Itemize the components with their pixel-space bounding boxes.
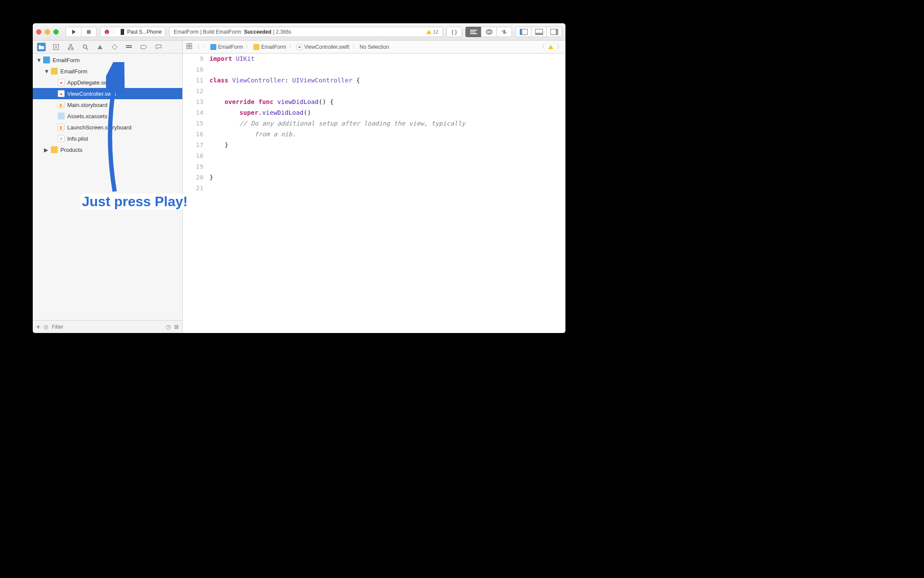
breakpoint-navigator-tab[interactable] bbox=[140, 43, 148, 51]
device-icon bbox=[120, 28, 125, 35]
breadcrumb[interactable]: EmailForm bbox=[253, 44, 286, 50]
activity-viewer[interactable]: EmailForm | Build EmailForm: Succeeded |… bbox=[169, 27, 443, 37]
activity-status: Succeeded bbox=[244, 29, 271, 35]
svg-rect-2 bbox=[121, 29, 124, 35]
back-button[interactable]: 〈 bbox=[195, 43, 200, 50]
code-content[interactable]: import UIKit class ViewController: UIVie… bbox=[209, 53, 565, 333]
warning-badge[interactable]: 12 bbox=[426, 29, 438, 35]
svg-rect-16 bbox=[68, 48, 70, 50]
svg-rect-11 bbox=[535, 33, 543, 35]
next-issue-button[interactable]: 〉 bbox=[557, 43, 562, 50]
breadcrumb[interactable]: ● ViewController.swift bbox=[297, 44, 349, 50]
issue-navigator-tab[interactable] bbox=[96, 43, 104, 51]
tree-file[interactable]: ● AppDelegate.swift bbox=[33, 77, 182, 88]
chevron-right-icon: 〉 bbox=[246, 43, 251, 50]
filter-input[interactable] bbox=[52, 324, 162, 330]
close-button[interactable] bbox=[36, 29, 41, 35]
find-navigator-tab[interactable] bbox=[81, 43, 90, 51]
traffic-lights bbox=[36, 29, 59, 35]
disclosure-triangle[interactable]: ▼ bbox=[44, 68, 48, 75]
navigator-sidebar: ▼ EmailForm ▼ EmailForm ● AppDelegate.sw… bbox=[33, 41, 183, 333]
swift-file-icon: ● bbox=[58, 90, 65, 97]
toggle-inspector-button[interactable] bbox=[546, 27, 562, 37]
recent-icon[interactable]: ◷ bbox=[166, 324, 171, 330]
stop-icon bbox=[86, 29, 92, 35]
chevron-right-icon: 〉 bbox=[352, 43, 357, 50]
prev-issue-button[interactable]: 〈 bbox=[540, 43, 545, 50]
paragraph-icon bbox=[470, 29, 477, 35]
assistant-editor-button[interactable] bbox=[481, 27, 496, 37]
svg-rect-22 bbox=[190, 44, 192, 46]
version-editor-button[interactable] bbox=[496, 27, 512, 37]
tree-label: AppDelegate.swift bbox=[67, 79, 112, 86]
gauge-icon bbox=[126, 44, 133, 50]
svg-rect-9 bbox=[520, 29, 522, 35]
svg-rect-23 bbox=[187, 47, 189, 49]
disclosure-triangle[interactable]: ▶ bbox=[44, 147, 48, 153]
editor-mode-group bbox=[465, 27, 512, 37]
tree-file[interactable]: ◧ Main.storyboard bbox=[33, 99, 182, 110]
scm-filter-icon[interactable]: ⊠ bbox=[174, 324, 179, 330]
disclosure-triangle[interactable]: ▼ bbox=[36, 57, 41, 63]
activity-time: | 2.366s bbox=[273, 29, 291, 35]
minimize-button[interactable] bbox=[45, 29, 50, 35]
tree-label: ViewController.swift bbox=[67, 91, 116, 97]
run-stop-group bbox=[66, 27, 97, 37]
add-button[interactable]: + bbox=[36, 323, 40, 331]
crumb-label: EmailForm bbox=[218, 44, 243, 50]
related-items-button[interactable] bbox=[186, 43, 192, 50]
tree-file[interactable]: ≡ Info.plist bbox=[33, 133, 182, 144]
source-editor[interactable]: 9101112131415161718192021 import UIKit c… bbox=[183, 53, 565, 333]
folder-icon bbox=[51, 68, 58, 75]
breadcrumb[interactable]: EmailForm bbox=[210, 44, 243, 50]
svg-point-18 bbox=[83, 45, 87, 48]
project-icon bbox=[43, 57, 50, 63]
svg-rect-15 bbox=[70, 44, 72, 46]
zoom-button[interactable] bbox=[53, 29, 59, 35]
warning-icon bbox=[548, 45, 553, 49]
svg-rect-20 bbox=[126, 47, 132, 48]
breadcrumb[interactable]: No Selection bbox=[360, 44, 389, 50]
tree-group-products[interactable]: ▶ Products bbox=[33, 144, 182, 155]
diamond-icon bbox=[112, 44, 118, 50]
tree-label: Info.plist bbox=[67, 135, 88, 142]
bottom-panel-icon bbox=[535, 29, 543, 35]
warning-count: 12 bbox=[433, 29, 438, 35]
tree-label: Assets.xcassets bbox=[67, 113, 107, 119]
braces-icon: { } bbox=[452, 28, 457, 35]
tree-file-selected[interactable]: ● ViewController.swift bbox=[33, 88, 182, 99]
scheme-selector[interactable]: 〉 Paul S...Phone bbox=[100, 27, 165, 37]
arrows-icon bbox=[501, 29, 508, 35]
tree-label: Main.storyboard bbox=[67, 102, 107, 108]
chevron-right-icon: 〉 bbox=[289, 43, 294, 50]
main-split: ▼ EmailForm ▼ EmailForm ● AppDelegate.sw… bbox=[33, 41, 565, 333]
panel-toggle-group bbox=[515, 27, 562, 37]
tree-file[interactable]: ◧ LaunchScreen.storyboard bbox=[33, 122, 182, 133]
grid-icon bbox=[186, 43, 192, 49]
storyboard-icon: ◧ bbox=[58, 101, 65, 108]
tree-group[interactable]: ▼ EmailForm bbox=[33, 66, 182, 77]
toggle-navigator-button[interactable] bbox=[515, 27, 531, 37]
forward-button[interactable]: 〉 bbox=[203, 43, 208, 50]
hierarchy-icon bbox=[68, 44, 74, 50]
scope-icon[interactable]: ◎ bbox=[44, 324, 48, 330]
standard-editor-button[interactable] bbox=[465, 27, 481, 37]
source-control-navigator-tab[interactable] bbox=[52, 43, 60, 51]
project-navigator-tab[interactable] bbox=[37, 43, 46, 51]
tree-project-root[interactable]: ▼ EmailForm bbox=[33, 54, 182, 66]
report-navigator-tab[interactable] bbox=[154, 43, 163, 51]
tree-file[interactable]: Assets.xcassets bbox=[33, 110, 182, 122]
test-navigator-tab[interactable] bbox=[110, 43, 119, 51]
xcode-window: 〉 Paul S...Phone EmailForm | Build Email… bbox=[33, 23, 565, 333]
breakpoint-icon bbox=[140, 45, 147, 49]
run-button[interactable] bbox=[66, 27, 81, 37]
project-tree[interactable]: ▼ EmailForm ▼ EmailForm ● AppDelegate.sw… bbox=[33, 53, 182, 320]
toggle-debug-button[interactable] bbox=[531, 27, 546, 37]
stop-button[interactable] bbox=[81, 27, 97, 37]
code-snippets-button[interactable]: { } bbox=[446, 27, 462, 37]
tree-label: LaunchScreen.storyboard bbox=[67, 124, 131, 131]
folder-icon bbox=[51, 146, 58, 153]
debug-navigator-tab[interactable] bbox=[125, 43, 134, 51]
line-gutter: 9101112131415161718192021 bbox=[183, 53, 209, 333]
symbol-navigator-tab[interactable] bbox=[66, 43, 75, 51]
